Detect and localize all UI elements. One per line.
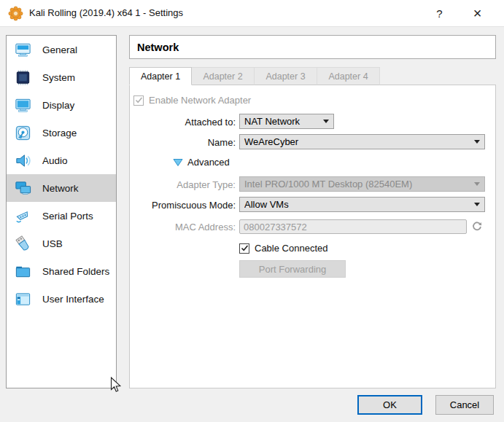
tab-adapter-2[interactable]: Adapter 2	[192, 67, 255, 85]
advanced-toggle[interactable]: Advanced	[173, 157, 230, 168]
sidebar-item-usb[interactable]: USB	[7, 230, 116, 257]
sidebar-item-system[interactable]: System	[7, 63, 116, 91]
name-value: WeAreCyber	[244, 136, 470, 147]
tab-adapter-3[interactable]: Adapter 3	[255, 67, 317, 85]
attached-to-select[interactable]: NAT Network	[239, 114, 334, 129]
adapter-type-label: Adapter Type:	[131, 177, 236, 192]
refresh-icon	[471, 221, 483, 233]
name-label: Name:	[131, 135, 236, 150]
titlebar: Kali Rolling (2019.4) x64 1 - Settings ?…	[0, 0, 504, 27]
adapter-panel	[129, 85, 496, 388]
mouse-cursor-icon	[110, 377, 123, 395]
tab-adapter-1[interactable]: Adapter 1	[129, 67, 192, 85]
promiscuous-mode-select[interactable]: Allow VMs	[239, 197, 485, 212]
sidebar-item-label: Serial Ports	[42, 211, 93, 222]
sidebar-item-storage[interactable]: Storage	[7, 119, 116, 146]
sidebar-item-label: Shared Folders	[42, 266, 109, 277]
cable-connected-label: Cable Connected	[255, 243, 327, 254]
adapter-tabbar: Adapter 1 Adapter 2 Adapter 3 Adapter 4	[129, 67, 380, 85]
tab-label: Adapter 4	[328, 71, 368, 82]
name-select[interactable]: WeAreCyber	[239, 134, 485, 149]
promiscuous-mode-value: Allow VMs	[244, 199, 470, 210]
sidebar-item-label: Display	[42, 100, 74, 111]
checkbox-check-icon	[239, 243, 249, 254]
sidebar-item-serial-ports[interactable]: Serial Ports	[7, 202, 116, 230]
adapter-type-value: Intel PRO/1000 MT Desktop (82540EM)	[244, 179, 470, 189]
sidebar-item-user-interface[interactable]: User Interface	[7, 285, 116, 313]
adapter-type-select: Intel PRO/1000 MT Desktop (82540EM)	[239, 176, 485, 192]
page-title: Network	[137, 42, 179, 53]
usb-icon	[13, 234, 33, 254]
port-forwarding-label: Port Forwarding	[259, 264, 326, 275]
ok-label: OK	[383, 399, 397, 410]
sidebar-item-display[interactable]: Display	[7, 91, 116, 119]
user-interface-icon	[13, 289, 33, 309]
chevron-down-icon	[474, 140, 480, 144]
disclosure-triangle-icon	[173, 158, 183, 167]
settings-window: Kali Rolling (2019.4) x64 1 - Settings ?…	[0, 0, 504, 422]
attached-to-label: Attached to:	[131, 114, 236, 130]
sidebar-item-label: USB	[42, 238, 63, 249]
display-icon	[13, 95, 33, 115]
attached-to-value: NAT Network	[244, 116, 319, 127]
cancel-label: Cancel	[450, 399, 479, 410]
mac-address-field	[239, 219, 467, 234]
tab-label: Adapter 1	[141, 71, 180, 82]
serial-ports-icon	[13, 206, 33, 226]
network-icon	[13, 179, 33, 198]
advanced-label: Advanced	[187, 157, 230, 168]
cable-connected-checkbox[interactable]: Cable Connected	[239, 243, 327, 254]
promiscuous-mode-label: Promiscuous Mode:	[131, 198, 236, 213]
sidebar-item-label: Network	[42, 183, 79, 194]
chevron-down-icon	[474, 182, 480, 186]
window-title: Kali Rolling (2019.4) x64 1 - Settings	[29, 7, 183, 18]
sidebar-item-network[interactable]: Network	[7, 174, 116, 202]
system-icon	[13, 68, 33, 87]
virtualbox-settings-gear-icon	[8, 6, 23, 21]
enable-network-adapter-label: Enable Network Adapter	[149, 95, 251, 106]
refresh-mac-button	[470, 220, 484, 233]
help-button[interactable]: ?	[423, 0, 456, 26]
audio-icon	[13, 151, 33, 171]
general-icon	[13, 40, 33, 60]
mac-address-label: MAC Address:	[131, 219, 236, 235]
tab-label: Adapter 2	[203, 71, 242, 82]
page-header: Network	[129, 35, 496, 59]
checkbox-check-icon	[133, 95, 144, 106]
storage-icon	[13, 123, 33, 143]
sidebar-item-label: System	[42, 72, 75, 83]
port-forwarding-button: Port Forwarding	[239, 260, 346, 278]
sidebar-item-label: General	[42, 44, 77, 55]
ok-button[interactable]: OK	[357, 395, 422, 415]
close-icon[interactable]: ×	[461, 0, 494, 26]
sidebar-item-general[interactable]: General	[7, 36, 116, 63]
chevron-down-icon	[474, 203, 480, 206]
cancel-button[interactable]: Cancel	[435, 395, 494, 415]
chevron-down-icon	[323, 120, 329, 123]
sidebar-item-label: User Interface	[42, 294, 104, 305]
settings-sidebar: General System Display Storage Audio	[6, 35, 117, 388]
sidebar-item-label: Storage	[42, 128, 77, 138]
sidebar-item-shared-folders[interactable]: Shared Folders	[7, 257, 116, 285]
sidebar-item-audio[interactable]: Audio	[7, 146, 116, 174]
enable-network-adapter-checkbox: Enable Network Adapter	[133, 95, 251, 106]
tab-adapter-4[interactable]: Adapter 4	[317, 67, 380, 85]
tab-label: Adapter 3	[265, 71, 305, 82]
shared-folders-icon	[13, 262, 33, 281]
sidebar-item-label: Audio	[42, 155, 68, 166]
